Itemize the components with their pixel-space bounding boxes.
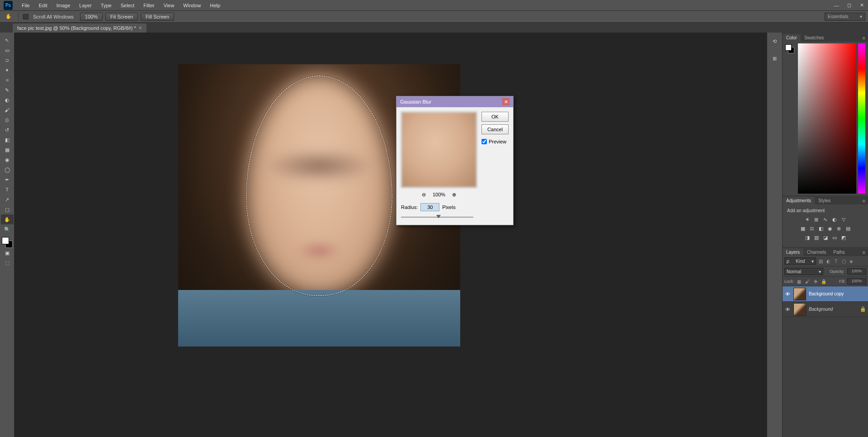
menu-select[interactable]: Select — [116, 1, 139, 10]
canvas-area[interactable]: Gaussian Blur ✕ ⊖ 100% ⊕ Radius: Pixels — [14, 33, 767, 437]
tab-adjustments[interactable]: Adjustments — [783, 197, 815, 204]
layer-name[interactable]: Background — [809, 307, 833, 312]
lock-trans-icon[interactable]: ▦ — [796, 278, 802, 285]
magic-wand-tool[interactable]: ✦ — [1, 65, 14, 75]
blend-mode-select[interactable]: Normal▾ — [784, 268, 823, 275]
zoom-out-icon[interactable]: ⊖ — [420, 190, 428, 199]
maximize-button[interactable]: ◻ — [843, 1, 855, 10]
type-tool[interactable]: T — [1, 185, 14, 195]
preview-checkbox-row[interactable]: Preview — [481, 139, 509, 144]
tab-channels[interactable]: Channels — [803, 248, 830, 256]
clone-stamp-tool[interactable]: ⎙ — [1, 115, 14, 125]
healing-brush-tool[interactable]: ◐ — [1, 95, 14, 105]
blur-tool[interactable]: ◉ — [1, 155, 14, 165]
posterize-icon[interactable]: ▧ — [813, 234, 820, 241]
dialog-titlebar[interactable]: Gaussian Blur ✕ — [396, 96, 513, 107]
menu-view[interactable]: View — [159, 1, 179, 10]
blur-preview[interactable] — [401, 112, 477, 188]
gradient-tool[interactable]: ▦ — [1, 145, 14, 155]
tab-paths[interactable]: Paths — [830, 248, 849, 256]
menu-type[interactable]: Type — [96, 1, 116, 10]
shape-tool[interactable]: ▢ — [1, 204, 14, 214]
history-panel-icon[interactable]: ⟲ — [769, 35, 781, 47]
menu-image[interactable]: Image — [52, 1, 75, 10]
cancel-button[interactable]: Cancel — [481, 124, 509, 134]
color-swatches[interactable] — [2, 237, 13, 248]
vibrance-icon[interactable]: ▽ — [840, 216, 847, 223]
opacity-value[interactable]: 100% — [847, 268, 866, 275]
fill-value[interactable]: 100% — [847, 278, 866, 285]
layers-panel-menu-icon[interactable]: ≡ — [860, 249, 868, 256]
close-button[interactable]: ✕ — [855, 1, 868, 10]
exposure-icon[interactable]: ◐ — [831, 216, 838, 223]
minimize-button[interactable]: — — [830, 1, 843, 10]
zoom-in-icon[interactable]: ⊕ — [450, 190, 458, 199]
tab-layers[interactable]: Layers — [783, 248, 803, 256]
slider-thumb[interactable] — [436, 215, 441, 218]
tab-styles[interactable]: Styles — [815, 197, 834, 204]
gradient-map-icon[interactable]: ▭ — [831, 234, 838, 241]
tab-swatches[interactable]: Swatches — [801, 34, 827, 42]
lock-all-icon[interactable]: 🔒 — [821, 278, 827, 285]
lock-paint-icon[interactable]: 🖌 — [804, 278, 811, 285]
hue-slider[interactable] — [858, 43, 865, 194]
filter-smart-icon[interactable]: ◈ — [848, 258, 854, 264]
brightness-icon[interactable]: ☀ — [804, 216, 811, 223]
visibility-icon[interactable]: 👁 — [784, 306, 791, 313]
quick-mask-tool[interactable]: ▣ — [1, 248, 14, 258]
properties-panel-icon[interactable]: ⊞ — [769, 52, 781, 64]
menu-edit[interactable]: Edit — [34, 1, 52, 10]
lock-pos-icon[interactable]: ✥ — [812, 278, 819, 285]
marquee-tool[interactable]: ▭ — [1, 45, 14, 55]
fill-screen-button[interactable]: Fill Screen — [141, 13, 174, 21]
adjust-panel-menu-icon[interactable]: ≡ — [860, 197, 868, 204]
zoom-100-button[interactable]: 100% — [80, 13, 103, 21]
invert-icon[interactable]: ◨ — [804, 234, 811, 241]
visibility-icon[interactable]: 👁 — [784, 291, 791, 297]
balance-icon[interactable]: ⚖ — [808, 225, 816, 232]
layer-thumbnail[interactable] — [793, 288, 806, 300]
hand-tool[interactable]: ✋ — [1, 214, 14, 224]
document-tab[interactable]: face pic test.jpg @ 50% (Background copy… — [13, 24, 146, 33]
color-mini-swatches[interactable] — [785, 44, 794, 53]
filter-adjust-icon[interactable]: ◐ — [825, 258, 831, 264]
fit-screen-button[interactable]: Fit Screen — [105, 13, 138, 21]
bw-icon[interactable]: ◧ — [817, 225, 825, 232]
levels-icon[interactable]: ⊞ — [813, 216, 820, 223]
filter-pixel-icon[interactable]: ▧ — [817, 258, 824, 264]
layer-item[interactable]: 👁 Background 🔒 — [783, 302, 868, 317]
path-select-tool[interactable]: ↗ — [1, 195, 14, 204]
foreground-color-swatch[interactable] — [2, 237, 9, 244]
threshold-icon[interactable]: ◪ — [822, 234, 829, 241]
brush-tool[interactable]: 🖌 — [1, 105, 14, 115]
layer-item[interactable]: 👁 Background copy — [783, 286, 868, 302]
scroll-all-checkbox[interactable] — [23, 14, 28, 19]
color-field[interactable] — [798, 43, 856, 194]
dodge-tool[interactable]: ◯ — [1, 165, 14, 175]
menu-filter[interactable]: Filter — [139, 1, 159, 10]
move-tool[interactable]: ↖ — [1, 35, 14, 45]
menu-window[interactable]: Window — [179, 1, 205, 10]
ok-button[interactable]: OK — [481, 112, 509, 122]
color-panel-menu-icon[interactable]: ≡ — [860, 34, 868, 42]
preview-checkbox[interactable] — [481, 139, 487, 144]
mixer-icon[interactable]: ⊕ — [835, 225, 843, 232]
tab-color[interactable]: Color — [783, 34, 801, 42]
screen-mode-tool[interactable]: ⬚ — [1, 258, 14, 268]
history-brush-tool[interactable]: ↺ — [1, 125, 14, 135]
menu-help[interactable]: Help — [205, 1, 225, 10]
layer-filter-kind[interactable]: ρ Kind▾ — [784, 257, 816, 265]
filter-type-icon[interactable]: T — [833, 258, 839, 264]
selective-icon[interactable]: ◩ — [840, 234, 847, 241]
menu-file[interactable]: File — [17, 1, 34, 10]
workspace-switcher[interactable]: Essentials▾ — [825, 13, 865, 21]
curves-icon[interactable]: ∿ — [822, 216, 829, 223]
layer-name[interactable]: Background copy — [809, 291, 844, 296]
dialog-close-icon[interactable]: ✕ — [502, 98, 509, 105]
zoom-tool[interactable]: 🔍 — [1, 224, 14, 234]
lookup-icon[interactable]: ▤ — [844, 225, 852, 232]
eraser-tool[interactable]: ◧ — [1, 135, 14, 145]
hue-icon[interactable]: ▦ — [799, 225, 807, 232]
menu-layer[interactable]: Layer — [75, 1, 96, 10]
crop-tool[interactable]: ⌗ — [1, 75, 14, 85]
